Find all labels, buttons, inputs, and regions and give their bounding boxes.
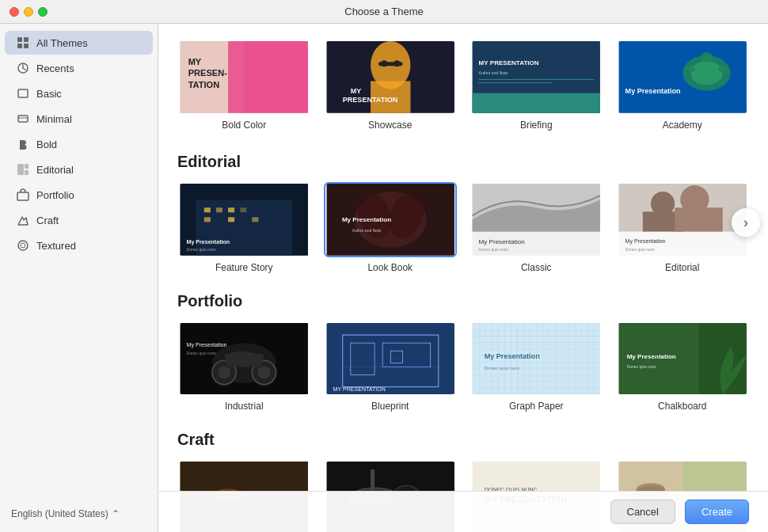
svg-text:MY PRESENTATION: MY PRESENTATION [479, 59, 539, 66]
svg-text:Donec quis nunc: Donec quis nunc [625, 247, 655, 252]
sidebar-label-basic: Basic [36, 88, 142, 100]
theme-thumbnail-industrial: My Presentation Donec quis nunc [177, 321, 311, 397]
theme-graph-paper[interactable]: My Presentation Donec quis nunc Graph Pa… [470, 321, 603, 412]
theme-name-graph-paper: Graph Paper [509, 401, 564, 412]
svg-rect-26 [378, 62, 402, 66]
svg-rect-8 [17, 164, 24, 175]
sidebar-item-portfolio[interactable]: Portfolio [5, 183, 153, 207]
svg-text:My Presentation: My Presentation [187, 342, 227, 348]
theme-thumbnail-briefing: MY PRESENTATION Author and Note [470, 40, 603, 115]
svg-text:PRESENTATION: PRESENTATION [342, 96, 397, 104]
theme-name-bold-color: Bold Color [222, 120, 266, 131]
svg-text:Donec quis nunc: Donec quis nunc [485, 365, 520, 370]
svg-rect-50 [228, 217, 234, 222]
svg-rect-1 [24, 37, 29, 42]
theme-showcase[interactable]: MY PRESENTATION Showcase [324, 40, 458, 131]
svg-point-39 [686, 66, 695, 72]
title-bar: Choose a Theme [0, 0, 768, 24]
maximize-button[interactable] [38, 7, 48, 17]
svg-rect-3 [24, 44, 29, 48]
svg-rect-11 [17, 192, 29, 200]
portfolio-icon [16, 188, 30, 202]
svg-rect-47 [228, 207, 234, 212]
theme-name-look-book: Look Book [367, 262, 413, 273]
close-button[interactable] [10, 7, 19, 17]
chevron-down-icon: ⌃ [112, 508, 120, 519]
editorial-heading: Editorial [177, 153, 749, 171]
sidebar-label-minimal: Minimal [36, 113, 142, 125]
svg-point-13 [21, 243, 25, 248]
theme-bold-color[interactable]: MY PRESEN- TATION Bold Color [177, 40, 311, 131]
theme-blueprint[interactable]: MY PRESENTATION Blueprint [324, 321, 458, 412]
recents-icon [16, 61, 30, 75]
portfolio-heading: Portfolio [177, 292, 749, 310]
theme-look-book[interactable]: My Presentation Author and Note Look Boo… [324, 182, 458, 273]
svg-rect-49 [204, 217, 211, 222]
sidebar-label-portfolio: Portfolio [36, 189, 142, 201]
minimize-button[interactable] [24, 7, 33, 17]
theme-name-briefing: Briefing [520, 120, 553, 131]
theme-academy[interactable]: My Presentation Academy [616, 40, 750, 131]
chevron-right-icon: › [743, 215, 748, 231]
svg-rect-51 [252, 217, 258, 222]
theme-thumbnail-graph-paper: My Presentation Donec quis nunc [470, 321, 603, 397]
bottom-bar: Cancel Create [158, 491, 768, 532]
svg-text:My Presentation: My Presentation [479, 238, 525, 245]
theme-thumbnail-chalkboard: My Presentation Donec quis nunc [616, 321, 750, 397]
theme-thumbnail-look-book: My Presentation Author and Note [324, 182, 458, 257]
svg-rect-30 [473, 93, 600, 113]
svg-rect-2 [17, 44, 22, 48]
sidebar-label-textured: Textured [36, 240, 142, 252]
sidebar-item-bold[interactable]: Bold [5, 132, 153, 156]
craft-heading: Craft [177, 431, 749, 449]
themes-panel[interactable]: MY PRESEN- TATION Bold Color [158, 24, 768, 532]
svg-text:MY PRESENTATION: MY PRESENTATION [333, 386, 385, 391]
svg-text:My Presentation: My Presentation [626, 353, 675, 360]
theme-classic[interactable]: My Presentation Donec quis nunc Classic [470, 182, 603, 273]
svg-text:TATION: TATION [188, 80, 220, 89]
svg-text:MY: MY [188, 57, 202, 66]
theme-industrial[interactable]: My Presentation Donec quis nunc Industri… [177, 321, 311, 412]
sidebar-label-editorial: Editorial [36, 164, 142, 176]
theme-name-industrial: Industrial [225, 401, 264, 412]
sidebar: All Themes Recents Basic Minimal Bold [0, 24, 158, 532]
sidebar-item-all-themes[interactable]: All Themes [5, 31, 153, 55]
svg-text:Donec quis nunc: Donec quis nunc [187, 247, 217, 252]
sidebar-item-recents[interactable]: Recents [5, 56, 153, 80]
theme-thumbnail-feature-story: My Presentation Donec quis nunc [177, 182, 311, 257]
sidebar-item-minimal[interactable]: Minimal [5, 107, 153, 131]
svg-rect-10 [25, 170, 29, 175]
language-selector[interactable]: English (United States) ⌃ [0, 502, 158, 526]
theme-chalkboard[interactable]: My Presentation Donec quis nunc Chalkboa… [616, 321, 750, 412]
sidebar-item-editorial[interactable]: Editorial [5, 158, 153, 181]
svg-text:PRESEN-: PRESEN- [188, 68, 228, 78]
svg-rect-17 [228, 41, 308, 113]
scroll-right-arrow[interactable]: › [732, 208, 760, 237]
craft-icon [16, 213, 30, 227]
cancel-button[interactable]: Cancel [610, 500, 675, 524]
theme-name-classic: Classic [521, 262, 552, 273]
theme-name-showcase: Showcase [368, 120, 412, 131]
theme-name-editorial: Editorial [665, 262, 699, 273]
traffic-lights [10, 7, 48, 17]
svg-point-12 [18, 241, 28, 250]
sidebar-item-craft[interactable]: Craft [5, 208, 153, 232]
theme-editorial-theme[interactable]: My Presentation Donec quis nunc Editoria… [616, 182, 750, 273]
theme-name-chalkboard: Chalkboard [658, 401, 706, 412]
theme-feature-story[interactable]: My Presentation Donec quis nunc Feature … [177, 182, 311, 273]
theme-thumbnail-showcase: MY PRESENTATION [324, 40, 458, 115]
svg-text:My Presentation: My Presentation [625, 238, 665, 244]
minimal-icon [16, 112, 30, 126]
svg-rect-69 [675, 207, 723, 231]
sidebar-item-textured[interactable]: Textured [5, 234, 153, 257]
svg-point-40 [717, 66, 727, 72]
svg-text:MY: MY [350, 87, 361, 95]
svg-rect-48 [240, 207, 246, 212]
theme-thumbnail-academy: My Presentation [616, 40, 750, 115]
portfolio-theme-grid: My Presentation Donec quis nunc Industri… [177, 321, 749, 412]
create-button[interactable]: Create [685, 500, 749, 524]
all-themes-icon [16, 36, 30, 50]
sidebar-item-basic[interactable]: Basic [5, 82, 153, 105]
theme-briefing[interactable]: MY PRESENTATION Author and Note Briefing [470, 40, 603, 131]
main-content: All Themes Recents Basic Minimal Bold [0, 24, 768, 532]
